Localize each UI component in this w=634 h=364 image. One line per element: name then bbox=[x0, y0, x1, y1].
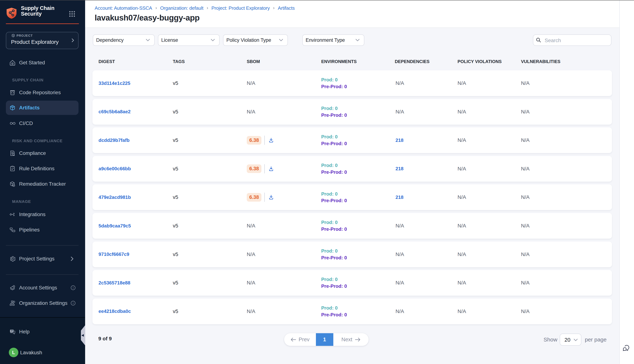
svg-text:?: ? bbox=[11, 330, 13, 332]
